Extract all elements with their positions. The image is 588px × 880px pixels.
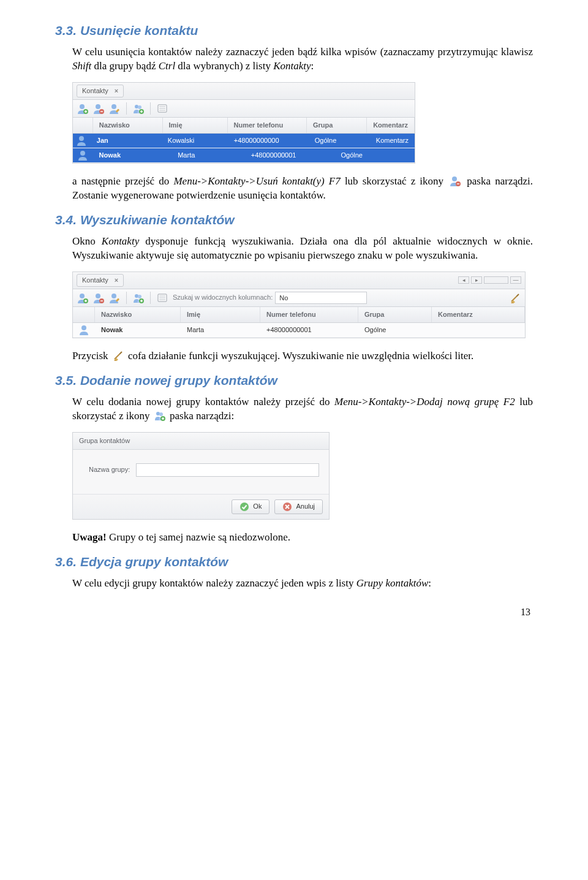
edit-contact-icon[interactable] (108, 291, 121, 305)
paragraph: Uwaga! Grupy o tej samej nazwie są niedo… (72, 531, 533, 545)
cell-surname: Nowak (93, 151, 172, 160)
toolbar (73, 100, 415, 118)
table-header: Nazwisko Imię Numer telefonu Grupa Komen… (73, 307, 525, 323)
close-icon[interactable]: × (115, 86, 118, 96)
add-contact-icon[interactable] (76, 291, 89, 305)
remove-contact-icon[interactable] (92, 102, 105, 115)
table-row[interactable]: NowakMarta+48000000001Ogólne (73, 323, 525, 338)
cell-surname: Nowak (95, 325, 181, 335)
add-group-icon[interactable] (132, 102, 145, 115)
cell-name: Kowalski (162, 136, 228, 145)
tab-bar: Kontakty× (73, 83, 415, 100)
group-name-label: Nazwa grupy: (89, 465, 130, 474)
search-label: Szukaj w widocznych kolumnach: (173, 293, 273, 302)
cell-phone: +48000000001 (260, 325, 358, 335)
contacts-panel-search: Kontakty× ◂ ▸ — Szukaj w widocznych kolu… (72, 271, 526, 338)
cancel-button[interactable]: Anuluj (274, 499, 323, 514)
paragraph: W celu dodania nowej grupy kontaktów nal… (72, 395, 533, 423)
add-group-icon[interactable] (132, 291, 145, 305)
heading-3-6: 3.6. Edycja grupy kontaktów (55, 553, 533, 571)
list-icon[interactable] (156, 102, 169, 115)
col-comment[interactable]: Komentarz (367, 118, 415, 133)
col-group[interactable]: Grupa (358, 307, 432, 322)
col-name[interactable]: Imię (163, 118, 228, 133)
table-row[interactable]: NowakMarta+48000000001Ogólne (73, 148, 415, 163)
paragraph: a następnie przejść do Menu->Kontakty->U… (72, 175, 533, 203)
heading-3-4: 3.4. Wyszukiwanie kontaktów (55, 211, 533, 229)
nav-right-icon[interactable]: ▸ (471, 276, 482, 284)
group-dialog: Grupa kontaktów Nazwa grupy: Ok Anuluj (72, 432, 330, 520)
window-controls: ◂ ▸ — (458, 276, 521, 284)
paragraph: W celu usunięcia kontaktów należy zaznac… (72, 45, 533, 74)
table-body: JanKowalski+48000000000OgólneKomentarzNo… (73, 134, 415, 163)
person-icon (73, 150, 93, 161)
page-number: 13 (55, 605, 533, 619)
cell-name: Marta (181, 325, 260, 335)
col-surname[interactable]: Nazwisko (93, 118, 163, 133)
tab-contacts[interactable]: Kontakty× (77, 85, 124, 97)
paragraph: Okno Kontakty dysponuje funkcją wyszukiw… (72, 235, 533, 263)
cell-group: Ogólne (358, 325, 432, 335)
tab-contacts[interactable]: Kontakty× (77, 274, 124, 287)
heading-3-5: 3.5. Dodanie nowej grupy kontaktów (55, 372, 533, 389)
broom-icon (113, 350, 124, 361)
cell-name: Marta (172, 151, 245, 160)
close-icon[interactable]: × (115, 276, 118, 285)
clear-search-icon[interactable] (508, 291, 522, 305)
person-icon (73, 324, 95, 335)
paragraph: Przycisk cofa działanie funkcji wyszukuj… (72, 349, 533, 363)
col-phone[interactable]: Numer telefonu (228, 118, 307, 133)
minimize-icon[interactable]: — (510, 276, 521, 284)
toolbar: Szukaj w widocznych kolumnach: (73, 289, 525, 307)
paragraph: W celu edycji grupy kontaktów należy zaz… (72, 577, 533, 591)
col-name[interactable]: Imię (181, 307, 260, 322)
search-input[interactable] (275, 292, 367, 304)
list-icon[interactable] (156, 291, 169, 305)
col-group[interactable]: Grupa (307, 118, 367, 133)
person-icon (73, 135, 91, 146)
tab-bar: Kontakty× ◂ ▸ — (73, 272, 525, 289)
contacts-panel: Kontakty× Nazwisko Imię Numer telefonu G… (72, 82, 415, 164)
group-name-input[interactable] (136, 463, 319, 477)
table-body: NowakMarta+48000000001Ogólne (73, 323, 525, 338)
add-group-icon (154, 410, 165, 421)
nav-left-icon[interactable]: ◂ (458, 276, 469, 284)
cell-surname: Jan (91, 136, 162, 145)
cell-comment: Komentarz (370, 136, 415, 145)
add-contact-icon[interactable] (76, 102, 89, 115)
table-row[interactable]: JanKowalski+48000000000OgólneKomentarz (73, 134, 415, 148)
cell-group: Ogólne (334, 151, 402, 160)
dialog-title: Grupa kontaktów (73, 433, 329, 450)
cell-phone: +48000000000 (228, 136, 309, 145)
col-phone[interactable]: Numer telefonu (260, 307, 358, 322)
edit-contact-icon[interactable] (108, 102, 121, 115)
remove-contact-icon (450, 175, 461, 186)
col-comment[interactable]: Komentarz (432, 307, 525, 322)
cell-group: Ogólne (309, 136, 370, 145)
col-surname[interactable]: Nazwisko (95, 307, 181, 322)
remove-contact-icon[interactable] (92, 291, 105, 305)
ok-button[interactable]: Ok (232, 499, 270, 514)
table-header: Nazwisko Imię Numer telefonu Grupa Komen… (73, 118, 415, 134)
heading-3-3: 3.3. Usunięcie kontaktu (55, 22, 533, 39)
cell-phone: +48000000001 (245, 151, 335, 160)
